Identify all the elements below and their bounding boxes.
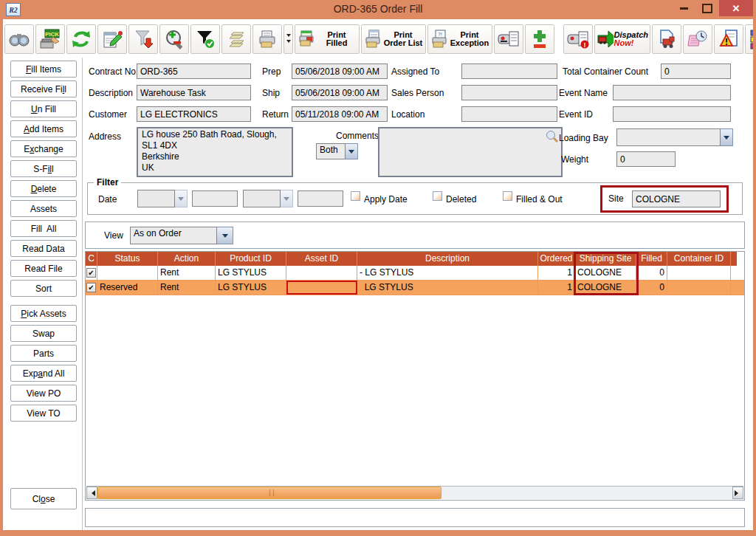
cell-description[interactable]: - LG STYLUS bbox=[357, 266, 538, 280]
dispatch-now-button[interactable]: DispatchNow! bbox=[594, 24, 650, 54]
sidebar-button-swap[interactable]: Swap bbox=[10, 325, 77, 342]
sidebar-button-receive-fill[interactable]: Receive Fill bbox=[10, 80, 77, 97]
cell-action[interactable]: Rent bbox=[158, 281, 216, 295]
print-filled-button[interactable]: PrintFilled bbox=[295, 24, 360, 54]
status-legend-button[interactable] bbox=[745, 24, 753, 54]
address-box[interactable]: LG house 250 Bath Road, Slough, SL1 4DX … bbox=[137, 127, 293, 177]
delivery-note-button[interactable] bbox=[652, 24, 681, 54]
close-button[interactable]: Close bbox=[10, 488, 77, 509]
row-checkbox[interactable]: ✔ bbox=[86, 283, 96, 292]
cell-action[interactable]: Rent bbox=[158, 266, 216, 280]
column-header-description[interactable]: Description bbox=[357, 252, 538, 266]
sidebar-button-pick-assets[interactable]: Pick Assets bbox=[10, 305, 77, 322]
column-header-shipping-site[interactable]: Shipping Site bbox=[575, 252, 636, 266]
filter-date-combo-1[interactable] bbox=[137, 190, 188, 207]
sidebar-button-read-data[interactable]: Read Data bbox=[10, 240, 77, 257]
sidebar-button-add-items[interactable]: Add Items bbox=[10, 120, 77, 137]
scroll-left-button[interactable] bbox=[86, 487, 97, 499]
maximize-button[interactable] bbox=[695, 0, 719, 16]
schedule-notes-button[interactable] bbox=[683, 24, 712, 54]
view-dropdown-button[interactable] bbox=[217, 227, 233, 244]
print-exception-button[interactable]: ?! PrintException bbox=[427, 24, 492, 54]
prep-date-field[interactable] bbox=[292, 63, 388, 79]
cell-ordered[interactable]: 1 bbox=[538, 266, 575, 280]
site-field[interactable] bbox=[632, 190, 721, 207]
column-header-status[interactable]: Status bbox=[97, 252, 158, 266]
column-header-container-id[interactable]: Container ID bbox=[667, 252, 731, 266]
sidebar-button-exchange[interactable]: Exchange bbox=[10, 140, 77, 157]
scrollbar-track[interactable] bbox=[97, 487, 732, 499]
horizontal-scrollbar[interactable] bbox=[86, 486, 743, 499]
filter-date-combo-2[interactable] bbox=[243, 190, 293, 207]
filter-date-combo-1-dropdown-button[interactable] bbox=[175, 190, 188, 207]
find-button[interactable] bbox=[4, 24, 34, 54]
table-row[interactable]: ✔RentLG STYLUS- LG STYLUS1COLOGNE0 bbox=[86, 266, 744, 281]
column-header-filled[interactable]: Filled bbox=[636, 252, 667, 266]
close-window-button[interactable]: ✕ bbox=[719, 0, 753, 16]
cell-filled[interactable]: 0 bbox=[636, 281, 667, 295]
total-container-count-field[interactable] bbox=[661, 63, 731, 79]
scan-alert-button[interactable]: ! bbox=[563, 24, 593, 54]
comments-mode-combo[interactable]: Both bbox=[316, 143, 358, 159]
cell-product-id[interactable]: LG STYLUS bbox=[216, 266, 286, 280]
sidebar-button-fill-items[interactable]: Fill Items bbox=[10, 61, 77, 78]
zoom-button[interactable] bbox=[159, 24, 189, 54]
loading-bay-combo[interactable] bbox=[616, 128, 733, 146]
cell-status[interactable] bbox=[97, 266, 158, 280]
sidebar-button-view-po[interactable]: View PO bbox=[10, 385, 77, 402]
column-header-ordered[interactable]: Ordered bbox=[538, 252, 575, 266]
location-field[interactable] bbox=[461, 106, 557, 122]
loading-bay-dropdown-button[interactable] bbox=[721, 128, 733, 146]
cell-asset-id[interactable] bbox=[286, 266, 357, 280]
cell-shipping-site[interactable]: COLOGNE bbox=[575, 266, 636, 280]
sidebar-button-s-fill[interactable]: S-Fill bbox=[10, 160, 77, 177]
column-header-action[interactable]: Action bbox=[158, 252, 216, 266]
column-header-asset-id[interactable]: Asset ID bbox=[286, 252, 357, 266]
view-combo[interactable]: As on Order bbox=[130, 227, 233, 244]
comments-mode-dropdown-button[interactable] bbox=[346, 143, 358, 159]
scan-items-button[interactable] bbox=[494, 24, 523, 54]
print-order-list-button[interactable]: PrintOrder List bbox=[361, 24, 426, 54]
scroll-right-button[interactable] bbox=[732, 487, 743, 499]
filter-export-button[interactable] bbox=[128, 24, 158, 54]
filter-apply-button[interactable] bbox=[190, 24, 220, 54]
sidebar-button-view-to[interactable]: View TO bbox=[10, 405, 77, 422]
table-row[interactable]: ✔ReservedRentLG STYLUS LG STYLUS1COLOGNE… bbox=[86, 281, 744, 295]
cell-product-id[interactable]: LG STYLUS bbox=[216, 281, 286, 295]
column-header-c[interactable]: C bbox=[86, 252, 97, 266]
sidebar-button-fill-all[interactable]: Fill All bbox=[10, 220, 77, 237]
cell-filled[interactable]: 0 bbox=[636, 266, 667, 280]
sidebar-button-read-file[interactable]: Read File bbox=[10, 260, 77, 277]
sidebar-button-parts[interactable]: Parts bbox=[10, 345, 77, 362]
sidebar-button-assets[interactable]: Assets bbox=[10, 200, 77, 217]
contract-no-field[interactable] bbox=[137, 63, 251, 79]
customer-field[interactable] bbox=[137, 106, 251, 122]
comments-box[interactable] bbox=[378, 127, 563, 177]
description-field[interactable] bbox=[137, 85, 251, 100]
row-checkbox[interactable]: ✔ bbox=[86, 268, 96, 278]
print-batch-button[interactable] bbox=[252, 24, 282, 54]
sidebar-button-un-fill[interactable]: Un Fill bbox=[10, 100, 77, 117]
deleted-checkbox[interactable] bbox=[433, 191, 442, 201]
cell-asset-id[interactable] bbox=[286, 281, 357, 295]
weight-field[interactable] bbox=[616, 151, 676, 167]
ship-date-field[interactable] bbox=[292, 85, 388, 100]
sort-papers-button[interactable] bbox=[221, 24, 251, 54]
sidebar-button-expand-all[interactable]: Expand All bbox=[10, 365, 77, 382]
comments-search-icon[interactable] bbox=[545, 129, 560, 144]
more-options-dropdown[interactable] bbox=[284, 24, 293, 54]
exception-report-button[interactable] bbox=[714, 24, 743, 54]
cell-shipping-site[interactable]: COLOGNE bbox=[575, 281, 636, 295]
add-remove-button[interactable] bbox=[525, 24, 554, 54]
cell-container-id[interactable] bbox=[667, 281, 731, 295]
assigned-to-field[interactable] bbox=[461, 63, 557, 79]
apply-date-checkbox[interactable] bbox=[351, 191, 360, 201]
column-header-product-id[interactable]: Product ID bbox=[216, 252, 286, 266]
filter-date-combo-2-dropdown-button[interactable] bbox=[281, 190, 293, 207]
sidebar-button-delete[interactable]: Delete bbox=[10, 180, 77, 197]
event-name-field[interactable] bbox=[613, 85, 731, 100]
filter-date-field-1[interactable] bbox=[192, 190, 238, 207]
filter-date-field-2[interactable] bbox=[298, 190, 343, 207]
sidebar-button-sort[interactable]: Sort bbox=[10, 280, 77, 297]
cell-status[interactable]: Reserved bbox=[97, 281, 158, 295]
